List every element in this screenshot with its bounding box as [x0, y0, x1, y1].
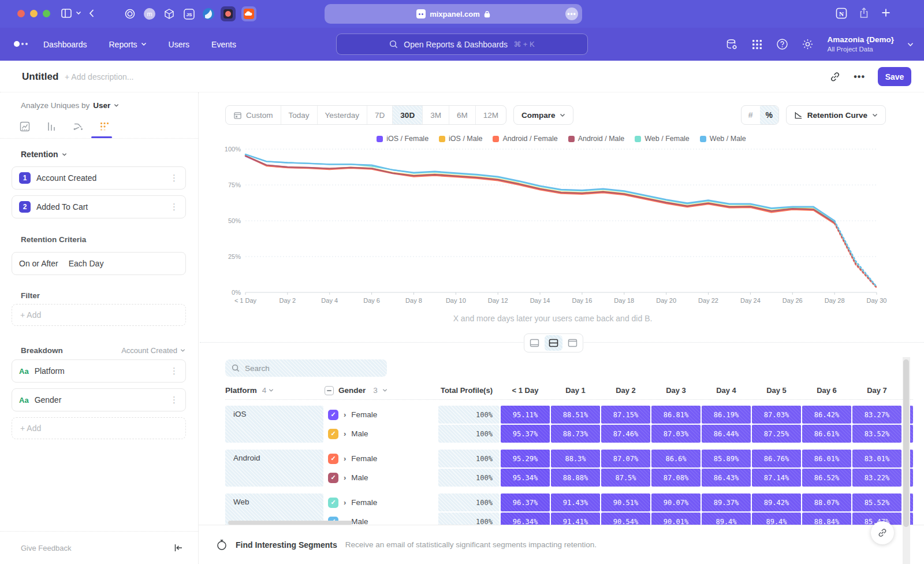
notion-app-icon[interactable]: N: [835, 7, 848, 20]
expand-row-icon[interactable]: ›: [344, 498, 346, 507]
window-zoom-button[interactable]: [43, 10, 50, 17]
kebab-menu-icon[interactable]: ⋮: [170, 202, 178, 212]
kebab-menu-icon[interactable]: ⋮: [170, 173, 178, 183]
window-minimize-button[interactable]: [30, 10, 38, 17]
kebab-menu-icon[interactable]: ⋮: [170, 366, 178, 376]
range-30d[interactable]: 30D: [392, 106, 422, 124]
retention-step-a[interactable]: 1 Account Created ⋮: [12, 166, 186, 190]
range-3m[interactable]: 3M: [422, 106, 449, 124]
pinned-tab-globe-icon[interactable]: [201, 6, 216, 21]
share-link-fab[interactable]: [871, 521, 894, 544]
nav-events[interactable]: Events: [211, 40, 236, 49]
series-checkbox[interactable]: ✓: [328, 429, 338, 439]
retention-section-label[interactable]: Retention: [21, 150, 67, 159]
day-column-header[interactable]: < 1 Day: [501, 386, 550, 395]
legend-item[interactable]: Web / Female: [635, 135, 690, 143]
select-all-checkbox[interactable]: [325, 386, 334, 395]
gender-column-header[interactable]: Gender3: [325, 386, 437, 395]
add-breakdown-button[interactable]: + Add: [12, 417, 186, 439]
chevron-down-icon[interactable]: [907, 42, 914, 47]
legend-item[interactable]: iOS / Male: [439, 135, 482, 143]
address-bar[interactable]: mixpanel.com •••: [325, 4, 582, 24]
data-management-icon[interactable]: [725, 38, 738, 51]
expand-row-icon[interactable]: ›: [344, 454, 346, 463]
nav-reports[interactable]: Reports: [109, 40, 147, 49]
day-column-header[interactable]: Day 7: [852, 386, 901, 395]
back-button[interactable]: [85, 7, 98, 20]
expand-row-icon[interactable]: ›: [344, 473, 346, 482]
add-filter-button[interactable]: + Add: [12, 304, 186, 326]
series-checkbox[interactable]: ✓: [328, 454, 338, 464]
nav-dashboards[interactable]: Dashboards: [43, 40, 87, 49]
tab-flows[interactable]: [72, 120, 84, 133]
pinned-tab-cube-icon[interactable]: [162, 6, 177, 21]
unit-percent-toggle[interactable]: %: [760, 106, 778, 124]
layout-split-button[interactable]: [545, 335, 562, 351]
collapse-sidebar-icon[interactable]: [174, 544, 183, 552]
day-column-header[interactable]: Day 4: [702, 386, 751, 395]
expand-row-icon[interactable]: ›: [344, 410, 346, 419]
range-6m[interactable]: 6M: [449, 106, 475, 124]
platform-cell[interactable]: Android: [225, 450, 323, 487]
breakdown-gender[interactable]: Aa Gender ⋮: [12, 388, 186, 411]
breakdown-platform[interactable]: Aa Platform ⋮: [12, 359, 186, 383]
copy-link-icon[interactable]: [829, 71, 841, 83]
day-column-header[interactable]: Day 5: [752, 386, 801, 395]
retention-step-b[interactable]: 2 Added To Cart ⋮: [12, 195, 186, 218]
pinned-tab-ring-icon[interactable]: [122, 6, 137, 21]
kebab-menu-icon[interactable]: ⋮: [170, 395, 178, 405]
legend-item[interactable]: Web / Male: [700, 135, 746, 143]
breakdown-scope-select[interactable]: Account Created: [121, 346, 185, 355]
range-7d[interactable]: 7D: [367, 106, 392, 124]
tab-retention[interactable]: [98, 120, 111, 133]
retention-criteria-select[interactable]: On or After Each Day: [12, 252, 186, 275]
pinned-tab-js-icon[interactable]: JS: [181, 6, 196, 21]
legend-item[interactable]: Android / Female: [493, 135, 557, 143]
share-icon[interactable]: [858, 7, 870, 20]
more-options-icon[interactable]: •••: [854, 72, 865, 82]
segments-title[interactable]: Find Interesting Segments: [236, 540, 337, 550]
global-search[interactable]: Open Reports & Dashboards ⌘ + K: [336, 34, 588, 55]
range-12m[interactable]: 12M: [475, 106, 506, 124]
new-tab-icon[interactable]: [880, 7, 892, 18]
tab-insights[interactable]: [18, 120, 31, 133]
legend-item[interactable]: Android / Male: [568, 135, 625, 143]
settings-gear-icon[interactable]: [802, 38, 814, 50]
save-button[interactable]: Save: [878, 67, 911, 86]
horizontal-scrollbar[interactable]: [228, 521, 352, 525]
chart-type-select[interactable]: Retention Curve: [786, 105, 886, 125]
day-column-header[interactable]: Day 1: [551, 386, 600, 395]
help-icon[interactable]: [776, 38, 788, 50]
apps-grid-icon[interactable]: [751, 39, 763, 50]
day-column-header[interactable]: Day 6: [802, 386, 851, 395]
range-custom[interactable]: Custom: [226, 106, 281, 124]
extensions-icon[interactable]: •••: [565, 8, 578, 20]
platform-column-header[interactable]: Platform4: [225, 386, 323, 395]
pinned-tab-avatar-icon[interactable]: m: [142, 6, 157, 21]
vertical-scrollbar[interactable]: [903, 359, 909, 527]
range-today[interactable]: Today: [281, 106, 317, 124]
chevron-down-icon[interactable]: [114, 103, 119, 107]
series-checkbox[interactable]: ✓: [328, 498, 338, 508]
mixpanel-logo[interactable]: [14, 41, 28, 47]
expand-row-icon[interactable]: ›: [344, 429, 346, 438]
analyze-entity-select[interactable]: User: [93, 101, 110, 110]
account-switcher[interactable]: Amazonia {Demo} All Project Data: [827, 35, 894, 53]
layout-table-only-button[interactable]: [564, 335, 582, 351]
day-column-header[interactable]: Day 3: [651, 386, 701, 395]
sidebar-toggle-icon[interactable]: [60, 7, 73, 20]
chevron-down-icon[interactable]: [76, 10, 81, 15]
platform-cell[interactable]: iOS: [225, 406, 323, 443]
nav-users[interactable]: Users: [169, 40, 190, 49]
tab-funnels[interactable]: [45, 120, 58, 133]
add-description[interactable]: + Add description...: [65, 72, 133, 81]
day-column-header[interactable]: Day 2: [601, 386, 650, 395]
unit-number-toggle[interactable]: #: [742, 106, 760, 124]
pinned-tab-camera-app-icon[interactable]: [221, 6, 236, 21]
total-column-header[interactable]: Total Profile(s): [438, 386, 500, 395]
window-close-button[interactable]: [17, 10, 25, 17]
series-checkbox[interactable]: ✓: [328, 410, 338, 420]
pinned-tab-soundcloud-icon[interactable]: [241, 6, 256, 21]
range-yesterday[interactable]: Yesterday: [317, 106, 367, 124]
report-title[interactable]: Untitled: [22, 71, 58, 83]
